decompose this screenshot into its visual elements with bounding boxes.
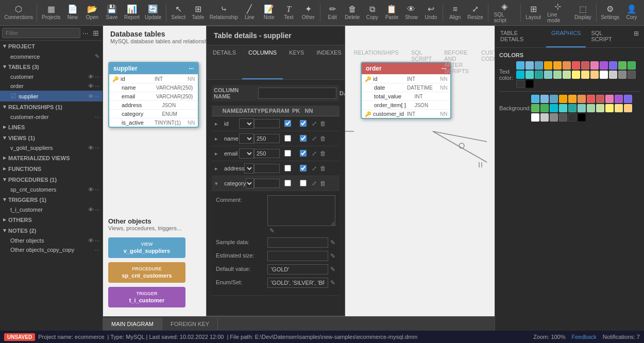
toolbar-other[interactable]: ✦ Other bbox=[299, 5, 317, 20]
sidebar-section-tables[interactable]: ▾ TABLES (3) bbox=[0, 61, 103, 72]
bg-swatch[interactable] bbox=[540, 95, 549, 103]
bg-swatch[interactable] bbox=[578, 104, 586, 112]
address-param-input[interactable] bbox=[254, 164, 280, 173]
default-value-edit-icon[interactable]: ✎ bbox=[330, 266, 335, 273]
comment-textarea[interactable] bbox=[267, 195, 335, 226]
more-icon[interactable]: ··· bbox=[95, 74, 99, 80]
toolbar-text[interactable]: T Text bbox=[279, 5, 298, 20]
enum-set-edit-icon[interactable]: ✎ bbox=[330, 279, 335, 286]
bg-swatch[interactable] bbox=[550, 95, 558, 103]
bg-swatch[interactable] bbox=[587, 104, 595, 112]
category-datatype-select[interactable]: ENUM bbox=[246, 178, 254, 188]
toolbar-align[interactable]: ≡ Align bbox=[446, 5, 464, 20]
bg-swatch[interactable] bbox=[559, 95, 567, 103]
color-swatch[interactable] bbox=[544, 71, 552, 79]
toolbar-delete[interactable]: 🗑 Delete bbox=[343, 5, 362, 20]
color-swatch[interactable] bbox=[535, 71, 543, 79]
sidebar-item-customer[interactable]: customer 👁 ··· bbox=[0, 72, 103, 81]
color-swatch[interactable] bbox=[600, 61, 608, 70]
bg-swatch[interactable] bbox=[531, 113, 539, 122]
sidebar-item-v-gold-suppliers[interactable]: v_gold_suppliers 👁 ··· bbox=[0, 143, 103, 152]
tab-table-details[interactable]: TABLE DETAILS bbox=[495, 26, 546, 47]
email-param-input[interactable] bbox=[254, 149, 280, 158]
more-icon[interactable]: ··· bbox=[95, 145, 99, 151]
tab-details[interactable]: DETAILS bbox=[207, 45, 242, 79]
view-object-btn[interactable]: VIEW v_gold_suppliers bbox=[108, 237, 185, 258]
toolbar-linemode[interactable]: ⊹ Line mode bbox=[544, 3, 571, 23]
sidebar-item-supplier[interactable]: ☑ supplier 👁 ··· bbox=[0, 91, 103, 101]
bg-swatch[interactable] bbox=[578, 95, 586, 103]
toolbar-resize[interactable]: ⤢ Resize bbox=[465, 5, 485, 20]
email-datatype-select[interactable]: VARCHAR bbox=[239, 148, 254, 159]
toolbar-settings[interactable]: ⚙ Settings bbox=[599, 5, 622, 20]
sidebar-item-order[interactable]: order 👁 ··· bbox=[0, 81, 103, 91]
bg-swatch[interactable] bbox=[559, 104, 567, 112]
color-swatch[interactable] bbox=[590, 71, 599, 79]
color-swatch[interactable] bbox=[618, 61, 626, 70]
toolbar-display[interactable]: ⬚ Display bbox=[572, 5, 594, 20]
color-swatch[interactable] bbox=[572, 71, 580, 79]
column-row-name[interactable]: ▸ name VARCHAR ⤢ 🗑 bbox=[212, 131, 340, 146]
email-delete-btn[interactable]: 🗑 bbox=[319, 149, 327, 158]
id-pk-checkbox[interactable] bbox=[284, 120, 291, 127]
more-icon[interactable]: ··· bbox=[95, 207, 99, 213]
tab-sql-script[interactable]: SQL SCRIPT bbox=[405, 45, 438, 79]
expand-panel-btn[interactable]: ⊞ bbox=[629, 26, 644, 47]
tab-columns[interactable]: COLUMNS bbox=[242, 45, 283, 79]
toolbar-report[interactable]: 📊 Report bbox=[122, 5, 142, 20]
bg-swatch[interactable] bbox=[578, 113, 586, 122]
sidebar-section-lines[interactable]: ▸ LINES bbox=[0, 122, 103, 132]
trigger-object-btn[interactable]: TRIGGER t_i_customer bbox=[108, 287, 185, 307]
bg-swatch[interactable] bbox=[550, 104, 558, 112]
tab-custom-code[interactable]: CUSTOM CODE bbox=[475, 45, 495, 79]
toolbar-line[interactable]: ╱ Line bbox=[240, 5, 259, 20]
bg-swatch[interactable] bbox=[559, 113, 567, 122]
estimated-size-edit-icon[interactable]: ✎ bbox=[330, 252, 335, 260]
bg-swatch[interactable] bbox=[596, 104, 604, 112]
tab-before-after[interactable]: BEFORE AND AFTER SCRIPTS bbox=[438, 45, 475, 79]
expand-btn[interactable]: ▸ bbox=[215, 135, 224, 142]
tab-main-diagram[interactable]: MAIN DIAGRAM bbox=[103, 318, 162, 330]
edit-pencil-icon[interactable]: ✎ bbox=[95, 53, 99, 60]
visibility-icon[interactable]: 👁 bbox=[88, 186, 94, 193]
visibility-icon[interactable]: 👁 bbox=[88, 145, 94, 151]
toolbar-save[interactable]: 💾 Save bbox=[103, 5, 121, 20]
email-pk-checkbox[interactable] bbox=[284, 150, 291, 157]
id-param-input[interactable] bbox=[254, 119, 280, 128]
color-swatch[interactable] bbox=[553, 61, 562, 70]
toolbar-note[interactable]: 📝 Note bbox=[260, 5, 278, 20]
expand-btn[interactable]: ▸ bbox=[215, 165, 224, 172]
toolbar-connections[interactable]: ⬡ Connections bbox=[3, 5, 34, 20]
sidebar-layout-btn[interactable]: ⊞ bbox=[91, 28, 101, 38]
toolbar-projects[interactable]: ▦ Projects bbox=[40, 5, 62, 20]
toolbar-paste[interactable]: 📋 Paste bbox=[382, 5, 401, 20]
bg-swatch[interactable] bbox=[596, 95, 604, 103]
color-swatch[interactable] bbox=[526, 80, 534, 88]
sidebar-section-materialized[interactable]: ▸ MATERIALIZED VIEWS bbox=[0, 152, 103, 163]
category-pk-checkbox[interactable] bbox=[284, 180, 291, 186]
toolbar-show[interactable]: 👁 Show bbox=[402, 5, 420, 20]
email-move-btn[interactable]: ⤢ bbox=[311, 149, 318, 158]
sidebar-filter-input[interactable] bbox=[2, 28, 80, 38]
color-swatch[interactable] bbox=[590, 61, 599, 70]
bg-swatch[interactable] bbox=[531, 104, 539, 112]
column-row-id[interactable]: ▸ id INT ⤢ 🗑 bbox=[212, 116, 340, 131]
bg-swatch[interactable] bbox=[605, 104, 614, 112]
sidebar-section-project[interactable]: ▾ PROJECT bbox=[0, 41, 103, 52]
procedure-object-btn[interactable]: PROCEDURE sp_cnt_customers bbox=[108, 262, 185, 283]
id-datatype-select[interactable]: INT bbox=[239, 118, 254, 129]
name-pk-checkbox[interactable] bbox=[284, 135, 291, 142]
expand-btn[interactable]: ▸ bbox=[215, 150, 224, 157]
address-delete-btn[interactable]: 🗑 bbox=[319, 164, 327, 173]
category-param-input[interactable] bbox=[254, 179, 280, 188]
comment-edit-icon[interactable]: ✎ bbox=[269, 227, 275, 234]
category-nn-checkbox[interactable] bbox=[300, 180, 307, 186]
color-swatch[interactable] bbox=[628, 61, 636, 70]
color-swatch[interactable] bbox=[572, 61, 580, 70]
bg-swatch[interactable] bbox=[615, 95, 623, 103]
bg-swatch[interactable] bbox=[540, 113, 549, 122]
toolbar-account[interactable]: 👤 Cory bbox=[622, 5, 641, 20]
tab-relationships[interactable]: RELATIONSHIPS bbox=[348, 45, 405, 79]
toolbar-select[interactable]: ↖ Select bbox=[169, 5, 188, 20]
toolbar-undo[interactable]: ↩ Undo bbox=[421, 5, 440, 20]
